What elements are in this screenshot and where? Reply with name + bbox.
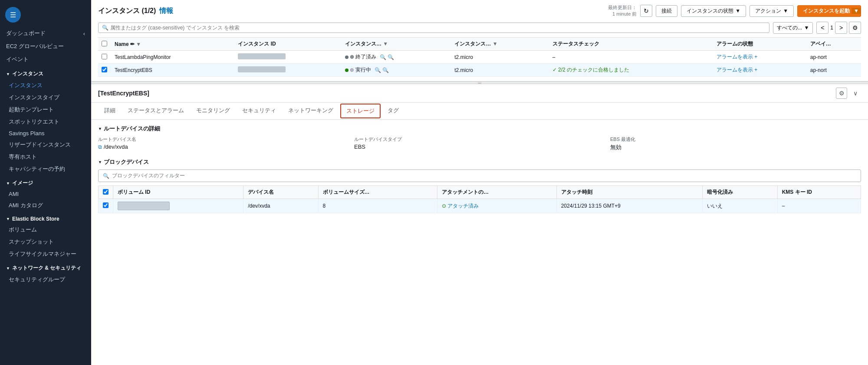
root-device-grid: ルートデバイス名 ⧉ /dev/xvda ルートデバイスタイプ EBS EBS …: [98, 136, 861, 151]
tab-networking[interactable]: ネットワーキング: [282, 103, 339, 119]
sidebar-item-ec2-global[interactable]: EC2 グローバルビュー: [0, 40, 91, 53]
sidebar-item-ami-catalog[interactable]: AMI カタログ: [0, 199, 91, 212]
col-state[interactable]: インスタンス… ▼: [342, 38, 451, 51]
bd-col-kms[interactable]: KMS キー ID: [777, 186, 861, 199]
bd-col-volume-id[interactable]: ボリューム ID: [113, 186, 243, 199]
sidebar: ☰ ダッシュボード ‹ EC2 グローバルビュー イベント インスタンス インス…: [0, 0, 91, 365]
block-device-filter[interactable]: 🔍 ブロックデバイスのフィルター: [98, 169, 861, 182]
chevron-down-icon: ▼: [783, 8, 788, 14]
sidebar-section-images[interactable]: イメージ: [0, 175, 91, 189]
sidebar-item-launch-templates[interactable]: 起動テンプレート: [0, 104, 91, 116]
connect-button[interactable]: 接続: [656, 5, 677, 17]
instance-type: t2.micro: [451, 51, 549, 64]
bd-select-all[interactable]: [103, 189, 108, 195]
chevron-down-icon: ▼: [804, 25, 809, 31]
bd-volume-size: 8: [318, 199, 437, 213]
search-log-icon[interactable]: 🔍: [375, 67, 381, 73]
bd-col-device-name[interactable]: デバイス名: [243, 186, 318, 199]
sidebar-item-ami[interactable]: AMI: [0, 189, 91, 199]
instance-name: TestEncryptEBS: [111, 64, 234, 77]
instance-id-masked: [238, 53, 286, 59]
sidebar-item-dedicated-hosts[interactable]: 専有ホスト: [0, 151, 91, 163]
detail-settings-icon[interactable]: ⚙: [836, 88, 847, 99]
col-az[interactable]: アベイ…: [807, 38, 861, 51]
alarm-link[interactable]: アラームを表示 +: [717, 54, 757, 60]
sidebar-item-spot[interactable]: スポットリクエスト: [0, 116, 91, 128]
bd-row-checkbox[interactable]: [103, 202, 108, 208]
tab-monitoring[interactable]: モニタリング: [190, 103, 236, 119]
col-type[interactable]: インスタンス… ▼: [451, 38, 549, 51]
bd-col-encrypted[interactable]: 暗号化済み: [703, 186, 777, 199]
select-all-checkbox[interactable]: [102, 41, 107, 46]
instance-state-button[interactable]: インスタンスの状態 ▼: [681, 5, 746, 17]
sidebar-menu-icon[interactable]: ☰: [5, 7, 21, 23]
refresh-info: 最終更新日： 1 minute 前: [608, 4, 637, 17]
volume-id-field[interactable]: [118, 202, 170, 210]
block-device-table: ボリューム ID デバイス名 ボリュームサイズ… アタッチメントの… アタッチ時…: [98, 186, 861, 213]
table-row[interactable]: TestLambdaPingMonitor ⊗ 終了済み 🔍 🔍 t2.micr…: [98, 51, 861, 64]
sidebar-item-snapshots[interactable]: スナップショット: [0, 236, 91, 248]
sidebar-section-ebs[interactable]: Elastic Block Store: [0, 212, 91, 224]
sidebar-section-instances[interactable]: インスタンス: [0, 66, 91, 79]
tab-tags[interactable]: タグ: [381, 103, 405, 119]
search-icon: 🔍: [102, 25, 108, 31]
col-alarm[interactable]: アラームの状態: [713, 38, 807, 51]
header-right: 最終更新日： 1 minute 前 ↻ 接続 インスタンスの状態 ▼ アクション…: [608, 4, 861, 17]
launch-instance-button[interactable]: インスタンスを起動 ▼: [797, 5, 861, 17]
sidebar-item-savings[interactable]: Savings Plans: [0, 128, 91, 139]
sidebar-section-network[interactable]: ネットワーク & セキュリティ: [0, 260, 91, 274]
az: ap-nort: [807, 64, 861, 77]
root-device-name-item: ルートデバイス名 ⧉ /dev/xvda: [98, 136, 349, 151]
settings-icon[interactable]: ⚙: [849, 22, 861, 34]
tab-security[interactable]: セキュリティ: [236, 103, 282, 119]
prev-page-button[interactable]: <: [816, 22, 829, 34]
bd-col-attach-time[interactable]: アタッチ時刻: [556, 186, 703, 199]
col-id[interactable]: インスタンス ID: [234, 38, 341, 51]
info-link[interactable]: 情報: [159, 7, 173, 16]
root-device-section-header: ルートデバイスの詳細: [98, 125, 861, 133]
sidebar-item-capacity[interactable]: キャパシティーの予約: [0, 163, 91, 175]
block-device-row[interactable]: /dev/xvda 8 ⊙ アタッチ済み 2024/11/29 13:15 GM…: [99, 199, 861, 213]
copy-icon[interactable]: ⧉: [98, 144, 102, 150]
sidebar-item-lifecycle[interactable]: ライフサイクルマネジャー: [0, 248, 91, 260]
row-checkbox[interactable]: [102, 67, 107, 72]
sidebar-item-reserved[interactable]: リザーブドインスタンス: [0, 139, 91, 151]
search-box[interactable]: 🔍: [98, 23, 769, 33]
search-log-icon[interactable]: 🔍: [380, 54, 386, 60]
next-page-button[interactable]: >: [835, 22, 847, 34]
root-device-type-item: ルートデバイスタイプ EBS: [354, 136, 605, 151]
chevron-down-icon: ▼: [852, 8, 861, 14]
search-icon[interactable]: 🔍: [382, 67, 389, 73]
alarm-link[interactable]: アラームを表示 +: [717, 67, 757, 73]
sidebar-item-dashboard[interactable]: ダッシュボード ‹: [0, 27, 91, 40]
table-row[interactable]: TestEncryptEBS ⊙ 実行中 🔍 🔍 t2.micro ✓ 2/2 …: [98, 64, 861, 77]
search-input[interactable]: [110, 25, 766, 31]
sidebar-item-security-groups[interactable]: セキュリティグループ: [0, 274, 91, 286]
attachment-status: ⊙ アタッチ済み: [442, 202, 479, 210]
detail-collapse-icon[interactable]: ∨: [850, 88, 861, 99]
refresh-button[interactable]: ↻: [640, 5, 652, 17]
tab-status-alarm[interactable]: ステータスとアラーム: [122, 103, 190, 119]
row-checkbox[interactable]: [102, 54, 107, 59]
tab-details[interactable]: 詳細: [98, 103, 122, 119]
search-icon: 🔍: [103, 173, 109, 179]
bd-col-volume-size[interactable]: ボリュームサイズ…: [318, 186, 437, 199]
main-content: インスタンス (1/2) 情報 最終更新日： 1 minute 前 ↻ 接続 イ…: [91, 0, 868, 365]
sidebar-item-events[interactable]: イベント: [0, 53, 91, 66]
bd-kms-key: –: [777, 199, 861, 213]
bd-col-attachment[interactable]: アタッチメントの…: [437, 186, 557, 199]
tab-storage[interactable]: ストレージ: [340, 104, 381, 118]
detail-title: [TestEncryptEBS]: [98, 90, 149, 97]
filter-select[interactable]: すべての... ▼: [773, 22, 813, 34]
col-name[interactable]: Name ✏ ▼: [111, 38, 234, 51]
sidebar-item-volumes[interactable]: ボリューム: [0, 224, 91, 236]
sidebar-item-instances[interactable]: インスタンス: [0, 79, 91, 91]
detail-panel-header: [TestEncryptEBS] ⚙ ∨: [91, 84, 868, 103]
sidebar-item-instance-types[interactable]: インスタンスタイプ: [0, 91, 91, 104]
attach-link[interactable]: アタッチ済み: [447, 202, 479, 210]
actions-button[interactable]: アクション ▼: [750, 5, 794, 17]
instance-type: t2.micro: [451, 64, 549, 77]
search-icon[interactable]: 🔍: [388, 54, 394, 60]
instance-list-panel: インスタンス (1/2) 情報 最終更新日： 1 minute 前 ↻ 接続 イ…: [91, 0, 868, 81]
col-status[interactable]: ステータスチェック: [549, 38, 713, 51]
